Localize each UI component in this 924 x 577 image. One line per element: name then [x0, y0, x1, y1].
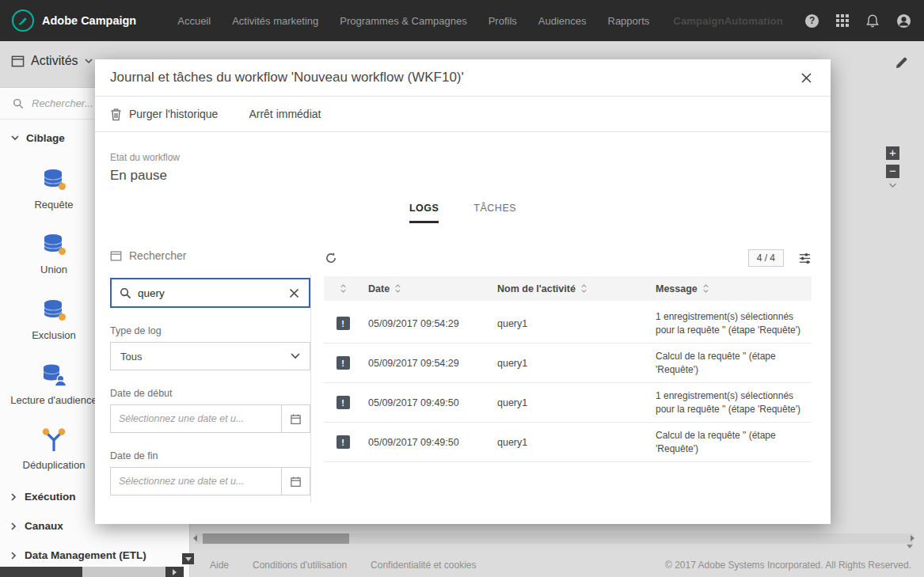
filter-panel-header: Rechercher [110, 249, 310, 262]
sidebar-activity-item[interactable]: Exclusion [0, 295, 108, 341]
top-navigation-bar: Adobe Campaign AccueilActivités marketin… [0, 0, 924, 41]
chevron-down-icon[interactable] [85, 59, 93, 64]
primary-nav: AccueilActivités marketingProgrammes & C… [177, 15, 649, 27]
sidebar-vscroll-down-arrow[interactable] [182, 553, 194, 564]
sidebar-section-collapsed[interactable]: Data Management (ETL) [0, 541, 189, 570]
footer-link[interactable]: Confidentialité et cookies [371, 560, 476, 571]
sidebar-section-label: Exécution [25, 491, 76, 503]
log-row[interactable]: 05/09/2017 09:54:29 query1 1 enregistrem… [324, 304, 812, 344]
zoom-out-button[interactable]: − [886, 165, 899, 178]
nav-item[interactable]: Programmes & Campagnes [340, 15, 466, 27]
account-name[interactable]: CampaignAutomation [673, 15, 783, 27]
log-message: 1 enregistrement(s) sélectionnés pour la… [649, 310, 812, 336]
workflow-status-value: En pause [110, 168, 180, 184]
scroll-right-arrow[interactable] [911, 535, 914, 541]
nav-item[interactable]: Rapports [608, 15, 650, 27]
modal-tabs: LOGSTÂCHES [95, 203, 831, 223]
panel-icon [110, 250, 122, 262]
help-icon[interactable]: ? [804, 13, 819, 28]
chevron-down-icon[interactable] [888, 183, 897, 188]
toolbar-action-button[interactable]: Purger l'historique [110, 108, 218, 121]
log-row[interactable]: 05/09/2017 09:49:50 query1 1 enregistrem… [324, 383, 812, 423]
edit-pencil-icon[interactable] [895, 56, 908, 70]
footer-link[interactable]: Aide [210, 560, 229, 571]
sidebar-section-label: Data Management (ETL) [25, 549, 146, 561]
triangle-right-icon [173, 569, 177, 575]
sidebar-activity-item[interactable]: Union [0, 230, 108, 275]
date-end-input[interactable] [111, 468, 281, 495]
activity-palette: Requête Union [0, 165, 108, 471]
zoom-in-button[interactable]: + [886, 146, 899, 160]
logs-table-toolbar: 4 / 4 [324, 248, 812, 268]
search-icon [13, 98, 24, 109]
activity-label: Exclusion [32, 330, 76, 341]
logs-table: Date Nom de l'activité Message [324, 276, 812, 462]
logs-search-input[interactable] [138, 287, 281, 299]
calendar-icon[interactable] [281, 405, 310, 432]
search-icon [120, 287, 131, 299]
sidebar-activity-item[interactable]: Déduplication [0, 425, 108, 471]
sidebar-activity-item[interactable]: Requête [0, 165, 108, 211]
activity-label: Lecture d'audience [10, 395, 97, 406]
deduplication-icon [39, 425, 69, 455]
brand-title[interactable]: Adobe Campaign [42, 14, 136, 27]
column-header-date[interactable]: Date [362, 283, 491, 294]
log-row[interactable]: 05/09/2017 09:54:29 query1 Calcul de la … [324, 344, 812, 383]
log-row[interactable]: 05/09/2017 09:49:50 query1 Calcul de la … [324, 423, 812, 462]
sidebar-hscroll-right-arrow[interactable] [165, 567, 184, 577]
column-header-activity[interactable]: Nom de l'activité [491, 283, 649, 294]
tab[interactable]: TÂCHES [473, 203, 516, 223]
copyright-text: © 2017 Adobe Systems Incorporated. All R… [665, 560, 911, 571]
page-title: Activités [11, 54, 93, 68]
nav-item[interactable]: Audiences [538, 15, 587, 27]
workflow-status: Etat du workflow En pause [110, 152, 180, 184]
logs-table-header: Date Nom de l'activité Message [324, 276, 812, 301]
close-icon[interactable] [797, 69, 816, 87]
logs-search-box [110, 278, 310, 308]
nav-item[interactable]: Activités marketing [232, 15, 318, 27]
toolbar-action-button[interactable]: Arrêt immédiat [241, 108, 321, 120]
nav-item[interactable]: Profils [489, 15, 517, 27]
sidebar-activity-item[interactable]: Lecture d'audience [0, 360, 108, 406]
footer-link[interactable]: Conditions d'utilisation [253, 560, 347, 571]
app-switcher-icon[interactable] [836, 14, 849, 27]
triangle-down-icon [185, 557, 192, 561]
chevron-right-icon [11, 493, 17, 501]
main-hscroll-thumb[interactable] [203, 533, 349, 544]
notifications-bell-icon[interactable] [865, 13, 880, 28]
chevron-right-icon [11, 552, 17, 560]
column-header-level[interactable] [324, 283, 362, 294]
footer-links: AideConditions d'utilisationConfidential… [210, 560, 476, 571]
database-icon [39, 165, 69, 195]
clear-search-icon[interactable] [287, 287, 301, 300]
sidebar-section-label: Canaux [25, 520, 63, 532]
configure-columns-icon[interactable] [798, 252, 812, 265]
date-start-field [110, 404, 310, 433]
main-vscroll-down-arrow[interactable] [907, 545, 913, 549]
refresh-icon[interactable] [324, 251, 338, 265]
log-level-icon [337, 356, 350, 370]
chevron-down-icon [291, 353, 300, 359]
log-type-select[interactable]: Tous [110, 342, 310, 370]
calendar-icon[interactable] [281, 468, 310, 495]
user-avatar-icon[interactable] [896, 13, 911, 28]
main-hscroll-track[interactable] [195, 533, 913, 544]
sidebar-section-label: Ciblage [26, 132, 65, 144]
scroll-left-arrow[interactable] [193, 535, 197, 541]
sort-icon [580, 283, 587, 294]
nav-right-cluster: CampaignAutomation ? [673, 13, 911, 28]
logs-table-panel: 4 / 4 Date Nom de l'activit [324, 248, 812, 462]
column-header-message[interactable]: Message [649, 283, 812, 294]
sidebar-hscroll-thumb[interactable] [0, 567, 82, 577]
panel-divider [310, 275, 311, 503]
log-activity: query1 [491, 397, 649, 408]
date-start-input[interactable] [111, 405, 281, 432]
log-level-icon [337, 435, 350, 449]
log-date: 05/09/2017 09:54:29 [362, 358, 491, 369]
log-message: Calcul de la requête " (étape 'Requête') [649, 429, 812, 454]
sort-icon [340, 283, 347, 294]
nav-item[interactable]: Accueil [177, 15, 211, 27]
tab[interactable]: LOGS [409, 203, 439, 223]
column-label: Message [656, 283, 698, 294]
activities-icon [11, 55, 25, 68]
